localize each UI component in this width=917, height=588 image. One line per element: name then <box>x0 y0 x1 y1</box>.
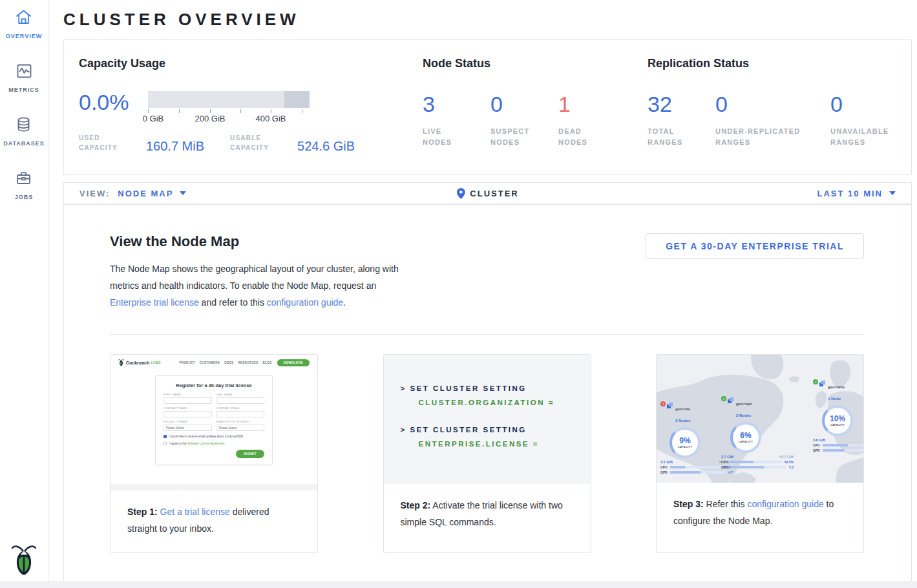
warning-icon: ! <box>660 401 666 406</box>
promo-desc-text: . <box>343 297 346 308</box>
step1-caption: Step 1: Get a trial license delivered st… <box>111 490 317 537</box>
node-status-title: Node Status <box>423 57 648 70</box>
capacity-gauge-ticks <box>148 109 310 114</box>
node-map-screenshot: ! geo=sfo 2 Nodes 9% CAPACITY 3 <box>657 355 863 483</box>
node-cube-icon <box>728 397 734 404</box>
live-nodes-label: LIVE NODES <box>423 126 463 148</box>
node-cube-icon <box>667 403 673 409</box>
capacity-gauge: 0 GiB 200 GiB 400 GiB <box>148 91 310 124</box>
capacity-gauge-bar <box>148 91 310 108</box>
cockroachdb-logo <box>11 543 37 579</box>
sql-keyword-line: > SET CLUSTER SETTING <box>401 426 591 434</box>
sidebar-item-jobs[interactable]: JOBS <box>15 170 34 200</box>
cluster-summary-card: Capacity Usage 0.0% 0 GiB 200 GiB 400 Gi… <box>63 39 912 175</box>
dead-nodes-stat: 1 DEAD NODES <box>558 92 592 148</box>
check-icon: ✓ <box>721 396 726 401</box>
mini-download-button: DOWNLOAD <box>277 359 310 366</box>
view-label: VIEW: <box>79 189 110 198</box>
step1-label: Step 1: <box>127 507 158 517</box>
step3-label: Step 3: <box>673 499 704 509</box>
total-ranges-value: 32 <box>648 92 715 116</box>
home-icon <box>15 9 32 28</box>
node-cube-icon <box>819 381 826 387</box>
step2-card: > SET CLUSTER SETTING CLUSTER.ORGANIZATI… <box>383 354 591 553</box>
mini-submit-button: SUBMIT <box>236 450 264 458</box>
live-nodes-stat: 3 LIVE NODES <box>423 92 490 148</box>
under-replicated-ranges-label: UNDER-REPLICATED RANGES <box>715 126 812 148</box>
trial-license-screenshot: CockroachLABS PRODUCTCUSTOMERSDOCSRESOUR… <box>111 355 317 490</box>
locality-nyc: ✓ geo=nyc 2 Nodes 6% CAPACITY 3 <box>721 396 796 469</box>
sql-argument-line: CLUSTER.ORGANIZATION = <box>419 399 591 406</box>
promo-desc-text: The Node Map shows the geographical layo… <box>110 264 399 291</box>
sidebar-item-overview[interactable]: OVERVIEW <box>6 9 42 39</box>
usable-capacity-value: 524.6 GiB <box>297 140 355 152</box>
suspect-nodes-stat: 0 SUSPECT NODES <box>490 92 558 148</box>
dead-nodes-label: DEAD NODES <box>558 126 592 148</box>
configuration-guide-link[interactable]: configuration guide <box>267 297 343 308</box>
suspect-nodes-label: SUSPECT NODES <box>490 126 533 148</box>
live-nodes-value: 3 <box>423 92 490 116</box>
view-bar: VIEW: NODE MAP CLUSTER LAST 10 MIN <box>63 182 912 204</box>
unavailable-ranges-label: UNAVAILABLE RANGES <box>830 126 895 148</box>
capacity-usage-title: Capacity Usage <box>79 57 423 70</box>
promo-desc-text: and refer to this <box>199 297 267 308</box>
sidebar-item-label: OVERVIEW <box>6 33 42 39</box>
sidebar-item-metrics[interactable]: METRICS <box>8 63 39 93</box>
promo-heading: View the Node Map <box>110 233 407 250</box>
briefcase-icon <box>15 170 32 189</box>
chevron-down-icon <box>889 191 896 195</box>
cockroach-labs-logo: CockroachLABS <box>118 359 161 366</box>
get-trial-license-link[interactable]: Get a trial license <box>160 507 230 517</box>
used-capacity-value: 160.7 MiB <box>146 140 204 152</box>
total-ranges-label: TOTAL RANGES <box>648 126 688 148</box>
step3-card: ! geo=sfo 2 Nodes 9% CAPACITY 3 <box>656 354 864 553</box>
dead-nodes-value: 1 <box>558 92 592 116</box>
trial-register-form: Register for a 30-day trial license FIRS… <box>155 375 273 465</box>
mini-site-nav: PRODUCTCUSTOMERSDOCSRESOURCESBLOG <box>179 361 271 364</box>
step2-caption: Step 2: Activate the trial license with … <box>384 484 591 530</box>
time-range-dropdown[interactable]: LAST 10 MIN <box>817 189 896 198</box>
capacity-donut: 9% CAPACITY <box>669 427 701 458</box>
node-map-panel: View the Node Map The Node Map shows the… <box>63 204 912 583</box>
gauge-tick-label: 400 GiB <box>256 114 286 123</box>
sidebar-item-label: JOBS <box>15 194 34 200</box>
replication-status-title: Replication Status <box>648 57 911 70</box>
sidebar-item-databases[interactable]: DATABASES <box>3 116 45 147</box>
sidebar-item-label: METRICS <box>8 87 39 93</box>
form-title: Register for a 30-day trial license <box>163 383 264 388</box>
total-ranges-stat: 32 TOTAL RANGES <box>648 92 715 148</box>
map-pin-icon <box>456 188 465 199</box>
locality-ams: ✓ geo=ams 1 Node 10% CAPACITY 3 <box>813 379 863 452</box>
chevron-down-icon <box>180 191 186 195</box>
under-replicated-ranges-stat: 0 UNDER-REPLICATED RANGES <box>715 92 830 148</box>
suspect-nodes-value: 0 <box>490 92 558 116</box>
configuration-guide-link[interactable]: configuration guide <box>747 499 823 509</box>
gauge-tick-label: 0 GiB <box>143 114 164 123</box>
under-replicated-ranges-value: 0 <box>715 92 830 116</box>
promo-description: The Node Map shows the geographical layo… <box>110 260 407 311</box>
capacity-percent: 0.0% <box>79 91 148 113</box>
unavailable-ranges-stat: 0 UNAVAILABLE RANGES <box>830 92 895 148</box>
enterprise-trial-license-link[interactable]: Enterprise trial license <box>110 297 199 308</box>
metrics-icon <box>16 63 33 82</box>
capacity-usage-section: Capacity Usage 0.0% 0 GiB 200 GiB 400 Gi… <box>79 57 423 174</box>
location-breadcrumb: CLUSTER <box>456 188 518 199</box>
location-label: CLUSTER <box>470 189 518 198</box>
check-icon: ✓ <box>813 379 818 384</box>
sql-keyword-line: > SET CLUSTER SETTING <box>401 384 591 392</box>
page-title: CLUSTER OVERVIEW <box>63 10 912 30</box>
capacity-donut: 10% CAPACITY <box>822 405 853 436</box>
step3-caption: Step 3: Refer this configuration guide t… <box>657 483 863 529</box>
view-selector-dropdown[interactable]: NODE MAP <box>118 189 186 198</box>
unavailable-ranges-value: 0 <box>830 92 895 116</box>
enterprise-trial-button[interactable]: GET A 30-DAY ENTERPRISE TRIAL <box>646 233 864 259</box>
usable-capacity-label: USABLE CAPACITY <box>230 133 283 152</box>
gauge-tick-label: 200 GiB <box>195 114 226 123</box>
databases-icon <box>15 116 32 136</box>
replication-status-section: Replication Status 32 TOTAL RANGES 0 UND… <box>648 57 911 174</box>
step1-card: CockroachLABS PRODUCTCUSTOMERSDOCSRESOUR… <box>110 354 318 553</box>
sql-argument-line: ENTERPRISE.LICENSE = <box>419 440 591 448</box>
sidebar: OVERVIEW METRICS DATABASES <box>0 0 48 588</box>
divider <box>110 334 864 335</box>
used-capacity-label: USED CAPACITY <box>79 133 132 152</box>
